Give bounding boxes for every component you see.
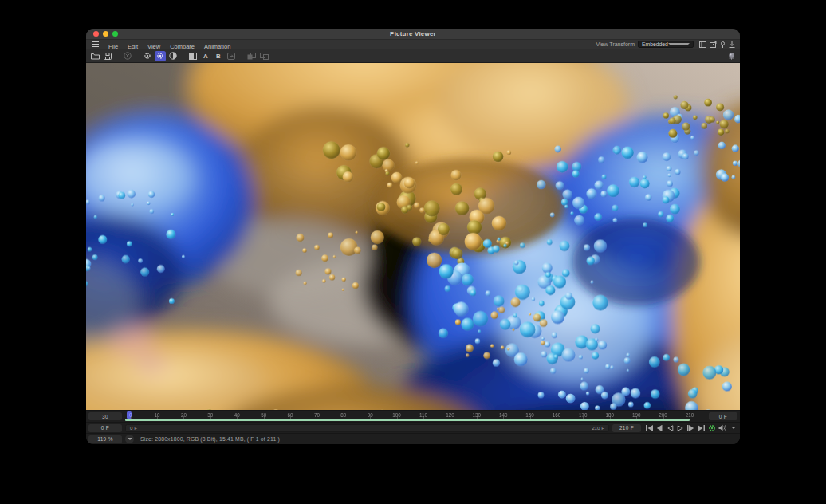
menubar-right: View Transform Embedded	[596, 41, 736, 48]
swap-ab-icon	[226, 51, 237, 61]
zoom-options-caret[interactable]	[125, 435, 134, 443]
transport-controls	[645, 423, 738, 432]
a-button[interactable]: A	[200, 51, 211, 61]
menubar: FileEditViewCompareAnimation View Transf…	[86, 40, 740, 49]
loop-mode-icon[interactable]	[707, 423, 716, 432]
copy-to-a-icon	[246, 51, 257, 61]
range-slider[interactable]: 0 F 210 F	[125, 424, 609, 432]
play-forward-icon[interactable]	[676, 423, 685, 432]
current-frame-field[interactable]: 0 F	[709, 412, 738, 420]
view-transform-select[interactable]: Embedded	[638, 41, 694, 48]
view-transform-label: View Transform	[596, 41, 635, 47]
titlebar: Picture Viewer	[86, 29, 740, 40]
playback-options-caret[interactable]	[730, 423, 738, 432]
contrast-icon[interactable]	[167, 51, 179, 61]
pin-icon[interactable]	[720, 41, 726, 48]
toolbar: A B	[86, 49, 740, 63]
open-folder-icon[interactable]	[89, 51, 100, 61]
copy-to-b-icon	[258, 51, 269, 61]
window-title: Picture Viewer	[86, 30, 740, 37]
filter-gear-icon[interactable]	[155, 51, 166, 61]
prev-frame-icon[interactable]	[655, 423, 664, 432]
zoom-level-field[interactable]: 119 %	[88, 435, 122, 443]
range-slider-end-label: 210 F	[592, 425, 604, 431]
sound-icon[interactable]	[718, 423, 726, 432]
dock-icon[interactable]	[729, 41, 735, 48]
picture-viewer-window: Picture Viewer FileEditViewCompareAnimat…	[86, 29, 740, 444]
status-row: 119 % Size: 2880x1800, RGB (8 Bit), 15.4…	[86, 433, 740, 444]
rendered-image	[86, 63, 740, 410]
range-end-field[interactable]: 210 F	[612, 424, 641, 432]
stop-render-icon	[122, 51, 133, 61]
hamburger-menu-icon[interactable]	[92, 41, 99, 47]
settings-gear-icon[interactable]	[142, 51, 153, 61]
navigator-icon[interactable]	[726, 51, 737, 61]
cached-frames-bar	[125, 419, 690, 421]
chevron-down-icon	[668, 43, 690, 45]
layout-panel-icon[interactable]	[699, 41, 706, 48]
fps-field[interactable]: 30	[88, 412, 122, 420]
goto-start-icon[interactable]	[645, 423, 654, 432]
image-viewport[interactable]	[86, 63, 740, 410]
popout-window-icon[interactable]	[710, 41, 717, 48]
goto-end-icon[interactable]	[697, 423, 706, 432]
range-start-field[interactable]: 0 F	[88, 424, 122, 432]
save-icon[interactable]	[102, 51, 113, 61]
range-slider-start-label: 0 F	[130, 425, 137, 431]
play-backward-icon[interactable]	[666, 423, 675, 432]
range-row: 0 F 0 F 210 F 210 F	[86, 422, 740, 433]
timeline-ruler[interactable]: 0102030405060708090100110120130140150160…	[125, 411, 706, 422]
ab-compare-icon[interactable]	[187, 51, 199, 61]
b-button[interactable]: B	[213, 51, 224, 61]
timeline-row: 30 0102030405060708090100110120130140150…	[86, 410, 740, 422]
view-transform-value: Embedded	[642, 41, 668, 47]
status-info: Size: 2880x1800, RGB (8 Bit), 15.41 MB, …	[140, 436, 280, 442]
next-frame-icon[interactable]	[686, 423, 695, 432]
